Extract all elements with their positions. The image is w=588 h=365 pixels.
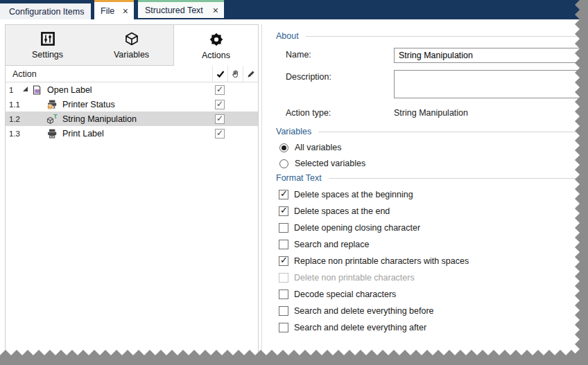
option-delete-spaces-beginning[interactable]: Delete spaces at the beginning — [279, 189, 588, 200]
option-delete-non-printable[interactable]: Delete non printable characters — [279, 272, 588, 283]
action-type-row: Action type: String Manipulation — [286, 106, 588, 118]
group-header-variables: Variables — [276, 126, 588, 137]
checkbox[interactable] — [279, 206, 288, 216]
checkbox-label: Search and delete everything after — [294, 323, 426, 332]
group-title: About — [276, 31, 299, 41]
radio-label: All variables — [295, 143, 341, 152]
checkbox[interactable] — [279, 240, 288, 249]
checkbox[interactable] — [279, 290, 288, 299]
tab-file[interactable]: File × — [94, 0, 134, 19]
close-icon[interactable]: × — [213, 6, 224, 15]
radio-button[interactable] — [279, 159, 288, 168]
checkbox[interactable] — [279, 256, 288, 266]
option-delete-opening-closing[interactable]: Delete opening closing character — [279, 222, 588, 233]
group-header-about: About — [276, 30, 588, 42]
enabled-check-icon[interactable] — [212, 66, 227, 82]
group-title: Variables — [276, 127, 311, 136]
option-decode-special-characters[interactable]: Decode special characters — [279, 289, 588, 300]
row-number: 1.1 — [6, 100, 23, 109]
action-properties-panel: About Name: Description: Action type: St… — [270, 30, 588, 333]
action-list-header: Action — [6, 66, 258, 82]
string-manipulation-icon: T — [46, 114, 58, 125]
checkbox-label: Delete non printable characters — [294, 273, 415, 283]
checkbox-label: Search and replace — [294, 240, 369, 249]
enabled-checkbox[interactable] — [215, 100, 225, 109]
action-row-print-label[interactable]: 1.3 Print Label — [6, 126, 258, 141]
checkbox[interactable] — [279, 306, 288, 316]
action-row-string-manipulation[interactable]: 1.2 T String Manipulation — [6, 112, 258, 126]
tab-structured-text[interactable]: Structured Text × — [138, 0, 224, 18]
configuration-panel: Settings Variables — [5, 24, 259, 365]
tab-variables[interactable]: Variables — [89, 25, 173, 66]
option-search-delete-after[interactable]: Search and delete everything after — [279, 322, 588, 333]
group-divider — [306, 36, 588, 37]
name-input[interactable] — [394, 48, 588, 63]
gear-icon — [209, 31, 224, 48]
option-search-delete-before[interactable]: Search and delete everything before — [279, 305, 588, 317]
option-delete-spaces-end[interactable]: Delete spaces at the end — [279, 206, 588, 217]
group-header-format-text: Format Text — [276, 172, 588, 184]
document-tab-bar: Configuration Items File × Structured Te… — [0, 0, 588, 19]
enabled-checkbox[interactable] — [215, 85, 225, 95]
row-number: 1 — [6, 86, 23, 94]
radio-selected-variables[interactable]: Selected variables — [279, 158, 588, 169]
row-number: 1.3 — [6, 130, 23, 138]
checkbox[interactable] — [279, 223, 288, 233]
open-label-icon — [31, 84, 43, 96]
description-row: Description: — [286, 70, 588, 98]
sliders-icon — [40, 30, 55, 47]
checkbox[interactable] — [279, 190, 288, 199]
checkbox-label: Delete spaces at the beginning — [294, 190, 413, 199]
description-input[interactable] — [394, 70, 588, 98]
checkbox-label: Decode special characters — [294, 290, 396, 299]
option-search-and-replace[interactable]: Search and replace — [279, 239, 588, 250]
checkbox[interactable] — [279, 323, 288, 332]
edit-pencil-icon[interactable] — [243, 66, 258, 82]
action-column-header: Action — [6, 69, 212, 79]
print-label-icon — [46, 128, 58, 139]
radio-label: Selected variables — [295, 159, 365, 168]
action-row-open-label[interactable]: 1 Open Label — [6, 82, 258, 97]
action-type-value: String Manipulation — [394, 106, 468, 118]
tree-expander-icon[interactable] — [23, 87, 28, 91]
tab-label: Configuration Items — [9, 7, 84, 17]
condition-hand-icon[interactable] — [227, 66, 243, 82]
group-divider — [329, 178, 588, 179]
enabled-checkbox[interactable] — [215, 129, 225, 139]
row-number: 1.2 — [6, 115, 23, 123]
checkbox-label: Search and delete everything before — [294, 306, 434, 316]
checkbox-label: Delete spaces at the end — [294, 206, 390, 216]
enabled-checkbox[interactable] — [215, 114, 225, 124]
option-replace-non-printable[interactable]: Replace non printable characters with sp… — [279, 256, 588, 267]
tab-label: Actions — [202, 51, 230, 60]
action-row-printer-status[interactable]: 1.1 ? Printer Status — [6, 97, 258, 112]
checkbox-label: Replace non printable characters with sp… — [294, 256, 469, 266]
group-title: Format Text — [276, 173, 322, 183]
name-row: Name: — [286, 48, 588, 63]
action-label: String Manipulation — [62, 114, 212, 124]
tab-configuration-items[interactable]: Configuration Items — [0, 3, 91, 19]
checkbox[interactable] — [279, 273, 288, 283]
group-divider — [318, 132, 588, 132]
name-label: Name: — [286, 48, 394, 60]
radio-all-variables[interactable]: All variables — [279, 142, 588, 153]
cube-icon — [124, 30, 139, 47]
radio-button[interactable] — [279, 143, 288, 152]
tab-label: Settings — [32, 50, 63, 60]
tab-label: File — [101, 6, 114, 16]
tab-actions[interactable]: Actions — [173, 25, 258, 66]
tab-label: Variables — [114, 50, 149, 60]
action-type-label: Action type: — [286, 106, 394, 118]
action-label: Open Label — [47, 85, 212, 95]
panel-splitter[interactable] — [261, 24, 262, 365]
panel-tab-strip: Settings Variables — [6, 25, 258, 66]
tab-label: Structured Text — [145, 6, 203, 15]
action-label: Print Label — [62, 129, 212, 139]
close-icon[interactable]: × — [123, 6, 134, 16]
svg-text:?: ? — [49, 104, 51, 109]
checkbox-label: Delete opening closing character — [294, 223, 420, 233]
svg-text:T: T — [53, 114, 58, 120]
tab-settings[interactable]: Settings — [6, 25, 89, 66]
action-label: Printer Status — [62, 100, 212, 109]
description-label: Description: — [286, 70, 394, 82]
